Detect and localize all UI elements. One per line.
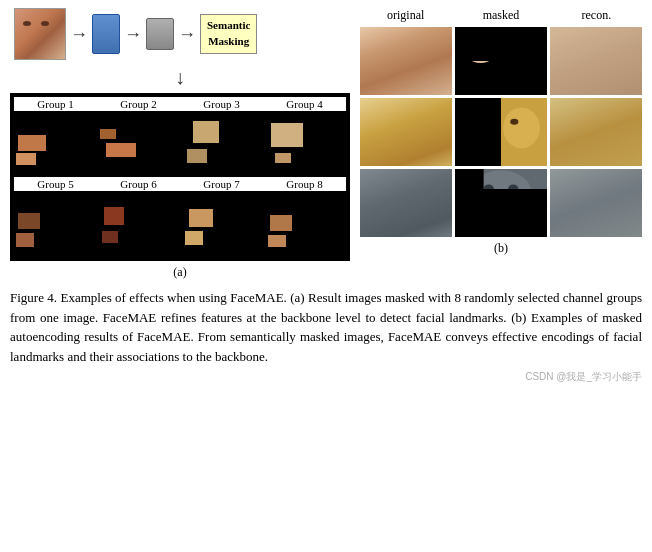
svg-point-19 [604,49,614,57]
svg-point-38 [578,121,588,129]
groups-section: Group 1 Group 2 Group 3 Group 4 [10,93,350,261]
svg-point-28 [388,121,398,129]
b-cell-orig-2 [360,98,452,166]
watermark: CSDN @我是_学习小能手 [525,371,642,382]
face-svg-b2-orig [360,98,452,166]
svg-point-48 [389,193,399,201]
part-a: → → → Semantic Masking ↓ [10,8,350,280]
face-svg-b2-recon [550,98,642,166]
semantic-masking-box: Semantic Masking [200,14,257,53]
groups-row-2 [14,193,346,253]
encoder-block [92,14,120,54]
svg-point-47 [375,176,436,229]
svg-point-8 [375,30,436,87]
svg-point-2 [29,26,37,32]
svg-rect-26 [360,98,452,166]
b-cell-masked-2 [455,98,547,166]
caption-b: (b) [360,241,642,256]
svg-point-29 [414,121,424,129]
b-cell-recon-2 [550,98,642,166]
group-label-4: Group 4 [263,97,346,111]
face-svg-b3-recon [550,169,642,237]
face-svg-b1-orig [360,27,452,95]
svg-point-17 [565,30,626,87]
group-label-3: Group 3 [180,97,263,111]
svg-point-53 [484,185,494,193]
face-svg [15,9,66,60]
svg-rect-16 [550,27,642,95]
b-headers: original masked recon. [360,8,642,23]
svg-point-35 [510,119,518,125]
svg-point-58 [565,176,626,229]
b-cell-orig-3 [360,169,452,237]
caption-a: (a) [10,265,350,280]
group-label-6: Group 6 [97,177,180,191]
middle-block [146,18,174,50]
svg-rect-5 [34,44,48,46]
group-cell-4 [265,113,347,173]
b-cell-recon-1 [550,27,642,95]
b-row-1 [360,27,642,95]
svg-point-4 [34,42,48,50]
svg-rect-57 [550,169,642,237]
main-container: → → → Semantic Masking ↓ [0,0,652,392]
b-header-original: original [360,8,451,23]
svg-point-1 [23,13,59,53]
face-svg-b2-masked [455,98,547,166]
pipeline-arrow-2: → [124,24,142,45]
group-cell-7 [181,193,263,253]
svg-point-18 [578,49,588,57]
b-row-2 [360,98,642,166]
group-cell-8 [265,193,347,253]
pipeline-arrow-1: → [70,24,88,45]
svg-rect-13 [455,27,501,61]
pipeline-row: → → → Semantic Masking [10,8,350,60]
svg-rect-36 [550,98,642,166]
svg-point-27 [373,103,438,160]
b-cell-masked-1 [455,27,547,95]
svg-point-37 [563,103,628,160]
b-rows [360,27,642,237]
group-label-1: Group 1 [14,97,97,111]
svg-point-10 [414,49,424,57]
b-cell-masked-3 [455,169,547,237]
face-svg-b3-masked [455,169,547,237]
face-svg-b1-recon [550,27,642,95]
svg-point-3 [45,26,53,32]
b-header-masked: masked [455,8,546,23]
svg-point-59 [579,193,589,201]
part-b: original masked recon. [360,8,642,280]
group-label-8: Group 8 [263,177,346,191]
svg-point-11 [377,27,434,47]
svg-rect-30 [391,142,422,148]
group-label-7: Group 7 [180,177,263,191]
semantic-masking-label: Semantic Masking [207,19,250,47]
b-cell-orig-1 [360,27,452,95]
down-arrow: ↓ [10,66,350,89]
groups-labels-row2: Group 5 Group 6 Group 7 Group 8 [14,177,346,191]
group-cell-3 [181,113,263,173]
svg-point-54 [508,185,518,193]
pipeline-arrow-3: → [178,24,196,45]
svg-point-31 [375,98,436,116]
figure-caption: Figure 4. Examples of effects when using… [10,288,642,366]
b-header-recon: recon. [551,8,642,23]
b-cell-recon-3 [550,169,642,237]
group-cell-1 [14,113,96,173]
svg-point-34 [503,107,540,148]
group-cell-5 [14,193,96,253]
input-face-image [14,8,66,60]
svg-point-39 [604,121,614,129]
b-row-3 [360,169,642,237]
svg-point-14 [462,30,499,63]
group-label-2: Group 2 [97,97,180,111]
group-label-5: Group 5 [14,177,97,191]
svg-point-60 [603,193,613,201]
svg-rect-0 [15,9,66,60]
svg-point-15 [467,40,475,46]
svg-point-49 [413,193,423,201]
group-cell-2 [98,113,180,173]
svg-point-9 [388,49,398,57]
svg-rect-7 [360,27,452,95]
face-svg-b1-masked [455,27,547,95]
